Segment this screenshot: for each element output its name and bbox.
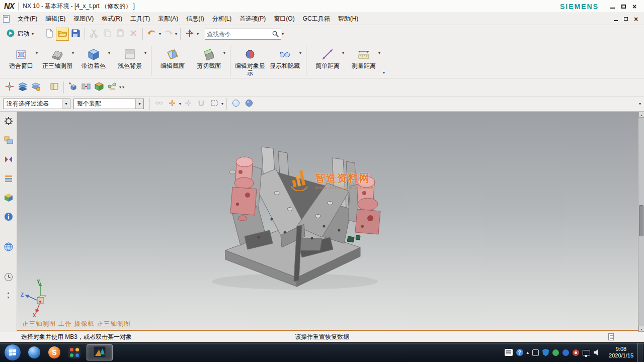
snap-point-button[interactable] [166, 98, 179, 111]
part-navigator-button[interactable] [3, 173, 15, 185]
layer-settings-button[interactable] [16, 81, 29, 94]
chevron-down-icon[interactable]: ▾ [36, 51, 38, 55]
measure-distance-button[interactable]: 测量距离 ▾ [346, 44, 382, 78]
scroll-down-button[interactable]: ▾ [638, 326, 644, 332]
taskbar-nx-button[interactable] [87, 344, 113, 360]
chevron-down-icon[interactable]: ▾ [223, 51, 225, 55]
information-window-button[interactable] [48, 81, 61, 94]
scrollbar-thumb[interactable] [639, 205, 643, 236]
save-button[interactable] [69, 28, 82, 41]
chevron-down-icon[interactable]: ▾ [144, 51, 146, 55]
show-desktop-button[interactable] [637, 343, 643, 362]
chevron-down-icon[interactable]: ▾ [135, 99, 143, 109]
copy-button[interactable] [101, 28, 114, 41]
assembly-sequence-button[interactable] [106, 81, 119, 94]
chevron-down-icon[interactable]: ▾ [221, 102, 223, 106]
start-menu-button[interactable]: 启动 ▾ [3, 27, 37, 41]
redo-button[interactable] [162, 28, 175, 41]
menu-window[interactable]: 窗口(O) [270, 13, 298, 25]
assembly-navigator-button[interactable] [3, 135, 15, 147]
menu-information[interactable]: 信息(I) [182, 13, 208, 25]
undo-button[interactable] [145, 28, 158, 41]
menu-analysis[interactable]: 分析(L) [208, 13, 236, 25]
chevron-down-icon[interactable]: ▾ [159, 32, 161, 36]
scroll-up-button[interactable]: ▴ [638, 112, 644, 118]
clipboard-status-icon[interactable] [608, 333, 614, 340]
search-icon[interactable] [272, 30, 279, 38]
selection-scope-combo[interactable]: 整个装配 ▾ [73, 99, 144, 109]
reuse-library-button[interactable] [3, 192, 15, 204]
taskbar-sogou-button[interactable]: S [46, 344, 62, 360]
taskbar-app-button[interactable] [66, 344, 83, 360]
taskbar-clock[interactable]: 9:08 2020/1/15 [605, 346, 637, 359]
mdi-close-button[interactable]: × [631, 15, 641, 23]
clip-section-button[interactable]: 剪切截面 ▾ [191, 44, 227, 78]
chevron-down-icon[interactable]: ▾ [179, 102, 181, 106]
chevron-down-icon[interactable]: ▾ [119, 85, 121, 89]
move-component-button[interactable] [66, 81, 79, 94]
assembly-constraints-button[interactable] [79, 81, 93, 94]
tray-display-icon[interactable] [583, 350, 590, 355]
sidebar-expand-button[interactable]: ▴ ▾ [7, 291, 9, 300]
chevron-down-icon[interactable]: ▾ [282, 32, 284, 36]
mdi-restore-button[interactable] [621, 15, 631, 23]
toolbar-overflow-chevron[interactable]: ▾ [122, 85, 124, 89]
menu-file[interactable]: 文件(F) [14, 13, 41, 25]
chevron-down-icon[interactable]: ▾ [108, 51, 110, 55]
view-orient-button[interactable] [183, 28, 196, 41]
taskbar-browser-button[interactable] [26, 344, 42, 360]
paste-button[interactable] [114, 28, 127, 41]
web-browser-button[interactable] [3, 241, 15, 253]
fit-window-button[interactable]: 适合窗口 ▾ [3, 44, 39, 78]
edit-section-button[interactable]: 编辑截面 [154, 44, 191, 78]
open-file-button[interactable] [56, 28, 69, 41]
menu-tools[interactable]: 工具(T) [126, 13, 154, 25]
tray-hidden-icons-arrow[interactable]: ▴ [527, 350, 529, 355]
maximize-button[interactable] [618, 2, 629, 11]
exploded-views-button[interactable] [3, 81, 16, 94]
chevron-down-icon[interactable]: ▾ [175, 32, 177, 36]
chevron-down-icon[interactable]: ▾ [342, 51, 344, 55]
constraint-navigator-button[interactable] [3, 154, 15, 166]
windows-start-button[interactable] [4, 344, 21, 361]
cad-model[interactable] [17, 112, 638, 331]
minimize-button[interactable] [607, 2, 618, 11]
marquee-select-button[interactable] [208, 98, 221, 111]
hd3d-tools-button[interactable] [3, 211, 15, 223]
toolbar-overflow-chevron[interactable]: ▾ [639, 102, 641, 106]
menu-edit[interactable]: 编辑(E) [41, 13, 69, 25]
chevron-down-icon[interactable]: ▾ [378, 51, 380, 55]
simple-distance-button[interactable]: 简单距离 ▾ [309, 44, 346, 78]
delete-button[interactable] [127, 28, 140, 41]
graphics-window[interactable]: 智造资料网 WWW.ZHIZAOZILIAO.COM Y Z X 正三轴测图 工 [17, 112, 638, 331]
chevron-down-icon[interactable]: ▾ [197, 32, 199, 36]
tray-alert-icon[interactable] [573, 349, 579, 356]
vertical-scrollbar[interactable]: ▴ ▾ [638, 112, 644, 332]
tray-input-indicator-icon[interactable] [505, 349, 513, 356]
mdi-minimize-button[interactable] [611, 15, 621, 23]
tray-settings-icon[interactable] [532, 349, 539, 356]
menu-gc-toolbox[interactable]: GC工具箱 [299, 13, 334, 25]
menu-view[interactable]: 视图(V) [69, 13, 98, 25]
menu-assemblies[interactable]: 装配(A) [154, 13, 182, 25]
chevron-down-icon[interactable]: ▾ [72, 51, 74, 55]
tray-cloud-icon[interactable] [562, 349, 569, 356]
show-hide-button[interactable]: 显示和隐藏 ▾ [267, 44, 303, 78]
history-button[interactable] [3, 272, 15, 284]
chevron-down-icon[interactable]: ▾ [62, 99, 70, 109]
magnet-snap-button[interactable] [195, 98, 208, 111]
edit-object-display-button[interactable]: 编辑对象显示 [233, 44, 267, 78]
isometric-view-button[interactable]: 正三轴测图 ▾ [39, 44, 75, 78]
command-search-input[interactable] [207, 31, 272, 38]
menu-help[interactable]: 帮助(H) [334, 13, 363, 25]
roles-gear-button[interactable] [3, 116, 15, 128]
highlight-sphere-button[interactable] [229, 98, 243, 111]
shaded-with-edges-button[interactable]: 带边着色 ▾ [75, 44, 112, 78]
shaded-sphere-button[interactable] [243, 98, 256, 111]
layer-visible-in-view-button[interactable] [29, 81, 42, 94]
interpart-link-button[interactable] [152, 98, 166, 111]
tray-help-icon[interactable]: ? [516, 349, 523, 356]
toolbar-overflow-chevron[interactable]: ▾ [383, 70, 385, 75]
new-file-button[interactable] [43, 28, 56, 41]
tray-shield-icon[interactable] [542, 349, 549, 356]
